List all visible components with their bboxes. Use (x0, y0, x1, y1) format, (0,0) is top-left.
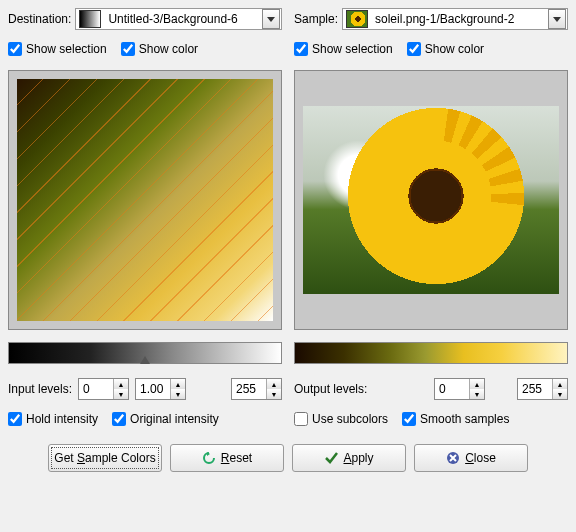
output-level-low[interactable]: ▲▼ (434, 378, 485, 400)
chevron-down-icon[interactable] (262, 9, 280, 29)
checkbox-icon[interactable] (112, 412, 126, 426)
up-icon[interactable]: ▲ (267, 379, 281, 389)
destination-label: Destination: (8, 12, 71, 26)
up-icon[interactable]: ▲ (171, 379, 185, 389)
smooth-samples-check[interactable]: Smooth samples (402, 412, 509, 426)
checkbox-icon[interactable] (121, 42, 135, 56)
sample-show-selection-check[interactable]: Show selection (294, 42, 393, 56)
dest-show-color-check[interactable]: Show color (121, 42, 198, 56)
get-sample-colors-button[interactable]: Get Sample Colors (48, 444, 162, 472)
sample-show-color-check[interactable]: Show color (407, 42, 484, 56)
output-level-low-field[interactable] (435, 380, 469, 398)
sample-value: soleil.png-1/Background-2 (371, 12, 547, 26)
input-level-low-field[interactable] (79, 380, 113, 398)
sample-preview (294, 70, 568, 330)
checkbox-icon[interactable] (8, 42, 22, 56)
use-subcolors-check[interactable]: Use subcolors (294, 412, 388, 426)
destination-dropdown[interactable]: Untitled-3/Background-6 (75, 8, 282, 30)
reset-button[interactable]: Reset (170, 444, 284, 472)
input-level-low[interactable]: ▲▼ (78, 378, 129, 400)
checkbox-icon[interactable] (402, 412, 416, 426)
close-icon (446, 451, 460, 465)
destination-preview (8, 70, 282, 330)
sample-image (303, 106, 559, 295)
checkbox-icon[interactable] (294, 412, 308, 426)
input-levels-label: Input levels: (8, 382, 72, 396)
up-icon[interactable]: ▲ (470, 379, 484, 389)
input-level-high[interactable]: ▲▼ (231, 378, 282, 400)
up-icon[interactable]: ▲ (553, 379, 567, 389)
sample-dropdown[interactable]: soleil.png-1/Background-2 (342, 8, 568, 30)
apply-icon (324, 451, 338, 465)
down-icon[interactable]: ▼ (267, 389, 281, 399)
input-level-mid-field[interactable] (136, 380, 170, 398)
sample-thumb-icon (346, 10, 368, 28)
destination-value: Untitled-3/Background-6 (104, 12, 261, 26)
down-icon[interactable]: ▼ (470, 389, 484, 399)
output-level-high-field[interactable] (518, 380, 552, 398)
hold-intensity-check[interactable]: Hold intensity (8, 412, 98, 426)
reset-icon (202, 451, 216, 465)
output-levels-label: Output levels: (294, 382, 367, 396)
checkbox-icon[interactable] (294, 42, 308, 56)
original-intensity-check[interactable]: Original intensity (112, 412, 219, 426)
destination-thumb-icon (79, 10, 101, 28)
dest-show-selection-check[interactable]: Show selection (8, 42, 107, 56)
down-icon[interactable]: ▼ (553, 389, 567, 399)
down-icon[interactable]: ▼ (171, 389, 185, 399)
apply-button[interactable]: Apply (292, 444, 406, 472)
down-icon[interactable]: ▼ (114, 389, 128, 399)
destination-gradient-image (17, 79, 273, 321)
output-level-high[interactable]: ▲▼ (517, 378, 568, 400)
close-button[interactable]: Close (414, 444, 528, 472)
input-level-mid[interactable]: ▲▼ (135, 378, 186, 400)
sample-gradient-strip[interactable] (294, 342, 568, 364)
destination-gradient-strip[interactable] (8, 342, 282, 364)
checkbox-icon[interactable] (8, 412, 22, 426)
sample-label: Sample: (294, 12, 338, 26)
chevron-down-icon[interactable] (548, 9, 566, 29)
checkbox-icon[interactable] (407, 42, 421, 56)
input-level-high-field[interactable] (232, 380, 266, 398)
slider-marker-icon[interactable] (140, 356, 150, 364)
up-icon[interactable]: ▲ (114, 379, 128, 389)
